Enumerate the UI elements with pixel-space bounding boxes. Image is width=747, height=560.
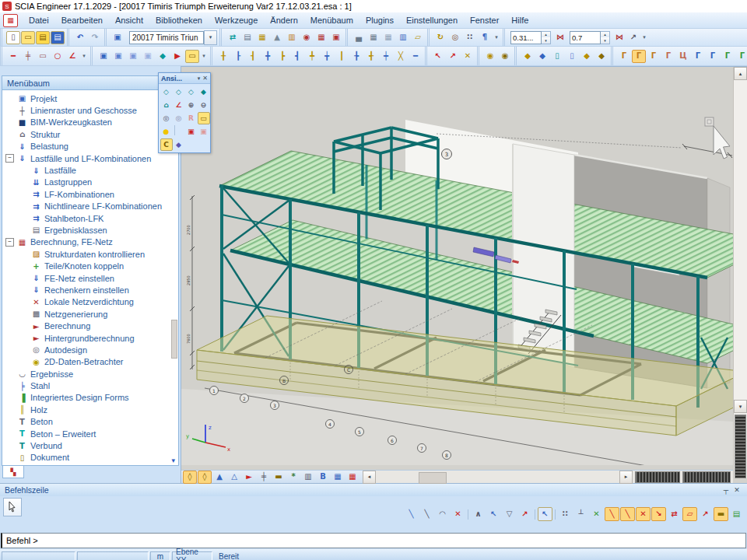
snap-edge-icon[interactable]: ↘ xyxy=(651,507,666,521)
snap-vertex-icon[interactable]: ∧ xyxy=(471,507,486,521)
project-selector-value[interactable]: 20017 Timiris Triun xyxy=(129,31,204,44)
3d-viewport[interactable]: 2700 2950 7600 3 1 xyxy=(181,66,747,483)
tree-item-verbund[interactable]: ТVerbund xyxy=(2,439,178,451)
tree-item-ergebnisklassen[interactable]: ▤Ergebnisklassen xyxy=(2,224,178,236)
view-person-icon[interactable]: ▲ xyxy=(212,471,226,484)
move-entity-icon[interactable]: ◆ xyxy=(521,50,535,63)
overflow-chevron-icon[interactable]: ▾ xyxy=(80,50,88,63)
load-scale-spinner[interactable]: 0.31... ▴▾ xyxy=(510,31,551,44)
activate-layer-1-icon[interactable]: Г xyxy=(617,50,631,63)
tree-item-linienraster-und-geschosse[interactable]: ┼Linienraster und Geschosse xyxy=(2,104,178,116)
snap-select-icon[interactable]: ↖ xyxy=(538,507,552,521)
snap-perpendicular-icon[interactable]: ┴ xyxy=(573,507,588,521)
mirror-icon[interactable]: ◆ xyxy=(156,50,170,63)
tree-item-dokument[interactable]: ▯Dokument xyxy=(2,452,178,464)
tree-item-integriertes-design-forms[interactable]: ▐Integriertes Design Forms xyxy=(2,392,178,404)
copy-icon[interactable]: ▣ xyxy=(96,50,110,63)
view-side-icon[interactable]: ◇ xyxy=(185,86,198,98)
tree-item-strukturdaten-kontrollieren[interactable]: ▨Strukturdaten kontrollieren xyxy=(2,248,178,260)
new-document-icon[interactable]: ▯ xyxy=(6,31,20,44)
menu-bearbeiten[interactable]: Bearbeiten xyxy=(55,13,109,28)
member-beam-icon[interactable]: ━ xyxy=(409,50,423,63)
menu-bibliotheken[interactable]: Bibliotheken xyxy=(149,13,209,28)
copy-property-icon[interactable]: ▯ xyxy=(550,50,564,63)
horizontal-pan-bar-1[interactable] xyxy=(635,471,680,483)
draw-angle-icon[interactable]: ∠ xyxy=(65,50,79,63)
delete-icon[interactable]: ▶ xyxy=(170,50,184,63)
cross-section-icon[interactable]: ▦ xyxy=(255,31,269,44)
spin-up-icon[interactable]: ▴ xyxy=(601,32,609,38)
bb-export-icon[interactable]: ◉ xyxy=(483,50,497,63)
menu-plugins[interactable]: Plugins xyxy=(359,13,400,28)
tree-scrollbar-thumb[interactable] xyxy=(171,320,177,359)
spin-down-icon[interactable]: ▾ xyxy=(601,37,609,44)
dot-grid-icon[interactable]: ∷ xyxy=(463,31,477,44)
selection-cursor-button[interactable] xyxy=(3,498,22,516)
rotate-entity-icon[interactable]: ◆ xyxy=(535,50,549,63)
view-front-icon[interactable]: ◇ xyxy=(173,86,185,98)
tree-item-beton-erweitert[interactable]: ТBeton – Erweitert xyxy=(2,428,178,439)
activate-layer-6-icon[interactable]: Г xyxy=(691,50,705,63)
member-top-icon[interactable]: ╇ xyxy=(305,50,319,63)
activate-layer-4-icon[interactable]: Г xyxy=(661,50,675,63)
table-delete-icon[interactable]: ⋈ xyxy=(612,31,626,44)
tree-item-bim-werkzeugkasten[interactable]: ■BIM-Werkzeugkasten xyxy=(2,117,178,128)
tree-item-nichtlineare-lf-kombinationen[interactable]: ⇉Nichtlineare LF-Kombinationen xyxy=(2,201,178,212)
snap-off-icon[interactable]: ✕ xyxy=(451,507,465,521)
member-node-icon[interactable]: ┠ xyxy=(231,50,245,63)
zoom-previous-icon[interactable]: R xyxy=(185,112,198,124)
menu-werkzeuge[interactable]: Werkzeuge xyxy=(209,13,264,28)
tree-item-belastung[interactable]: ⇓Belastung xyxy=(2,141,178,152)
tree-item-lf-kombinationen[interactable]: ⇉LF-Kombinationen xyxy=(2,188,178,200)
member-number-icon[interactable]: ↗ xyxy=(626,31,640,44)
activate-layer-3-icon[interactable]: Г xyxy=(647,50,661,63)
member-branch-icon[interactable]: ╊ xyxy=(349,50,363,63)
spin-up-icon[interactable]: ▴ xyxy=(542,32,550,38)
overflow-chevron-icon[interactable]: ▾ xyxy=(640,31,648,44)
tree-item-fe-netz-einstellen[interactable]: ⇓FE-Netz einstellen xyxy=(2,272,178,284)
open-project-icon[interactable]: ▭ xyxy=(21,31,35,44)
table-icon[interactable]: ▦ xyxy=(381,31,395,44)
tree-item-autodesign[interactable]: ◎Autodesign xyxy=(2,344,178,355)
member-insert-icon[interactable]: ╂ xyxy=(216,50,230,63)
save-icon[interactable]: ▤ xyxy=(51,31,65,44)
snap-endline-icon[interactable]: ╲ xyxy=(419,507,434,521)
snap-ortho-icon[interactable]: ⇄ xyxy=(667,507,682,521)
scale-entity-icon[interactable]: ◆ xyxy=(580,50,594,63)
view-top-icon[interactable]: ◇ xyxy=(160,86,173,98)
stretch-entity-icon[interactable]: ◆ xyxy=(594,50,608,63)
bim-exchange-icon[interactable]: ⇄ xyxy=(226,31,240,44)
draw-line-icon[interactable]: ━ xyxy=(6,50,20,63)
tree-item-projekt[interactable]: ▣Projekt xyxy=(2,93,178,104)
horizontal-scroll-track[interactable] xyxy=(376,472,619,482)
draw-circle-icon[interactable]: ○ xyxy=(51,50,65,63)
render-solid-icon[interactable]: ◊ xyxy=(183,471,197,484)
member-split-icon[interactable]: ┫ xyxy=(290,50,304,63)
gallery-icon[interactable]: ▦ xyxy=(366,31,381,44)
viewport-vertical-scrollbar[interactable]: ▴ ▾ xyxy=(733,67,747,478)
surface-display-icon[interactable]: ▬ xyxy=(272,471,286,484)
scale-symbols-icon[interactable]: △ xyxy=(227,471,241,484)
clipping-box-icon[interactable]: C xyxy=(160,138,173,151)
save-all-icon[interactable]: ▤ xyxy=(36,31,50,44)
view-settings-icon[interactable]: ▣ xyxy=(185,125,198,138)
dimension-box-icon[interactable]: ▭ xyxy=(36,50,50,63)
command-panel-header[interactable]: Befehlszeile ┬ ✕ xyxy=(0,484,747,496)
tree-item-lokale-netzverdichtung[interactable]: ✕Lokale Netzverdichtung xyxy=(2,296,178,308)
spin-down-icon[interactable]: ▾ xyxy=(542,37,550,44)
load-wheel-icon[interactable]: ◉ xyxy=(300,31,314,44)
render-mode-icon[interactable]: ◆ xyxy=(173,138,185,151)
snap-polygon-icon[interactable]: ▱ xyxy=(682,507,697,521)
tree-item-lastfälle[interactable]: ⇓Lastfälle xyxy=(2,164,178,176)
select-add-icon[interactable]: ↖ xyxy=(431,50,445,63)
palette-header[interactable]: Ansi... ▾ ✕ xyxy=(159,73,210,84)
snap-midpoint-icon[interactable]: ╲ xyxy=(620,507,635,521)
tree-item-berechnung[interactable]: ►Berechnung xyxy=(2,320,178,331)
scale-text-icon[interactable]: ¶ xyxy=(478,31,492,44)
scroll-left-icon[interactable]: ◂ xyxy=(363,471,376,484)
scia-logo-icon[interactable]: ▦ xyxy=(3,14,18,27)
member-vertical-icon[interactable]: ┃ xyxy=(335,50,349,63)
activate-layer-8-icon[interactable]: Г xyxy=(721,50,735,63)
zoom-in-icon[interactable]: ⊕ xyxy=(185,99,198,111)
activate-layer-7-icon[interactable]: Г xyxy=(706,50,720,63)
